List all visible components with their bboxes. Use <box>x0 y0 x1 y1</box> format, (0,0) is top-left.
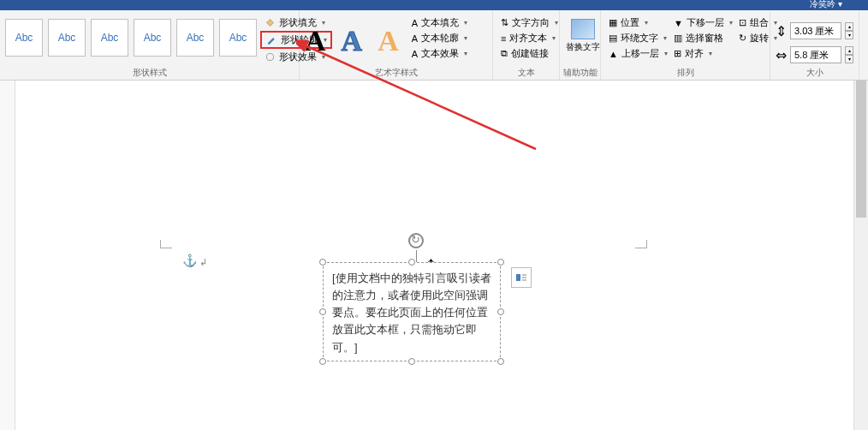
paragraph-mark: ↲ <box>199 257 207 268</box>
group-icon: ⊡ <box>739 17 746 28</box>
wordart-group: A A A A文本填充▾ A文本轮廓▾ A文本效果▾ 艺术字样式 <box>300 10 493 80</box>
width-icon: ⇔ <box>776 47 787 63</box>
scrollbar-thumb[interactable] <box>856 81 866 218</box>
layout-options-icon <box>514 271 528 284</box>
shape-style-gallery: Abc Abc Abc Abc Abc Abc <box>5 12 257 64</box>
wordart-sample[interactable]: A <box>342 25 363 57</box>
wordart-sample[interactable]: A <box>378 25 399 57</box>
assist-group: 替换文字 辅助功能 <box>560 10 601 80</box>
arrange-group: ▦位置▾ ▤环绕文字▾ ▲上移一层▾ ▼下移一层▾ ▥选择窗格 ⊞对齐▾ ⊡组合… <box>601 10 770 80</box>
style-item[interactable]: Abc <box>5 19 43 57</box>
send-backward-button[interactable]: ▼下移一层▾ <box>671 15 735 30</box>
svg-point-0 <box>266 53 273 60</box>
text-direction-icon: ⇅ <box>501 17 508 28</box>
group-label: 辅助功能 <box>560 67 600 80</box>
bring-up-icon: ▲ <box>609 49 618 59</box>
style-item[interactable]: Abc <box>134 19 171 57</box>
height-input[interactable] <box>790 22 841 39</box>
height-spinner[interactable]: ▴▾ <box>845 22 853 39</box>
bring-forward-button[interactable]: ▲上移一层▾ <box>606 46 670 61</box>
resize-handle[interactable] <box>497 358 504 365</box>
layout-options-button[interactable] <box>511 267 532 288</box>
group-label: 大小 <box>770 67 859 80</box>
text-effects-icon: A <box>412 49 418 59</box>
resize-handle[interactable] <box>319 259 326 266</box>
wordart-sample[interactable]: A <box>305 25 326 57</box>
margin-mark <box>635 240 647 248</box>
resize-handle[interactable] <box>319 308 326 315</box>
pen-icon <box>265 34 277 46</box>
align-button[interactable]: ⊞对齐▾ <box>671 46 735 61</box>
text-outline-button[interactable]: A文本轮廓▾ <box>409 31 470 45</box>
group-label: 艺术字样式 <box>300 67 492 80</box>
margin-mark <box>160 240 172 248</box>
group-label: 排列 <box>601 67 770 80</box>
width-spinner[interactable]: ▴▾ <box>845 46 853 63</box>
resize-handle[interactable] <box>497 259 504 266</box>
wrap-text-button[interactable]: ▤环绕文字▾ <box>606 31 670 45</box>
text-box[interactable]: [使用文档中的独特引言吸引读者的注意力，或者使用此空间强调要点。要在此页面上的任… <box>323 262 501 361</box>
size-group: ⇕ ▴▾ ⇔ ▴▾ 大小 <box>770 10 859 80</box>
style-item[interactable]: Abc <box>176 19 214 57</box>
style-item[interactable]: Abc <box>91 19 128 57</box>
style-item[interactable]: Abc <box>219 19 257 57</box>
anchor-icon: ⚓ <box>182 254 197 267</box>
replace-text-button[interactable]: 替换文字 <box>565 12 601 53</box>
resize-handle[interactable] <box>497 308 504 315</box>
text-group: ⇅文字方向▾ ≡对齐文本▾ ⧉创建链接 文本 <box>493 10 560 80</box>
position-button[interactable]: ▦位置▾ <box>606 15 670 30</box>
user-menu[interactable]: 冷笑吟 ▾ <box>810 0 842 10</box>
paint-bucket-icon <box>264 17 276 29</box>
send-down-icon: ▼ <box>674 18 683 28</box>
wordart-gallery[interactable]: A A A <box>305 12 399 61</box>
document-area: ⚓ ↲ ✥ [使用文档中的独特引言吸引读者的注意力，或者使用此空间强调要点。要在… <box>15 81 853 430</box>
group-label: 文本 <box>493 67 559 80</box>
text-outline-icon: A <box>412 33 418 44</box>
align-text-icon: ≡ <box>501 33 506 44</box>
svg-rect-1 <box>516 274 520 281</box>
text-fill-icon: A <box>412 18 418 28</box>
vertical-ruler <box>0 81 15 430</box>
ribbon: Abc Abc Abc Abc Abc Abc 形状填充▾ 形状轮廓▾ 形状 <box>0 10 868 81</box>
selection-pane-button[interactable]: ▥选择窗格 <box>671 31 735 45</box>
wrap-icon: ▤ <box>609 33 617 44</box>
align-text-button[interactable]: ≡对齐文本▾ <box>498 31 554 45</box>
replace-text-icon <box>571 19 595 39</box>
resize-handle[interactable] <box>408 259 415 266</box>
style-item[interactable]: Abc <box>48 19 86 57</box>
shape-style-group: Abc Abc Abc Abc Abc Abc 形状填充▾ 形状轮廓▾ 形状 <box>0 10 300 80</box>
group-label: 形状样式 <box>0 67 299 80</box>
resize-handle[interactable] <box>408 358 415 365</box>
rotate-icon: ↻ <box>739 33 746 44</box>
rotate-handle[interactable] <box>408 233 424 248</box>
text-direction-button[interactable]: ⇅文字方向▾ <box>498 15 554 30</box>
text-fill-button[interactable]: A文本填充▾ <box>409 15 470 30</box>
height-icon: ⇕ <box>776 23 787 39</box>
width-input[interactable] <box>790 46 841 63</box>
selection-pane-icon: ▥ <box>674 33 682 44</box>
align-icon: ⊞ <box>674 48 681 59</box>
text-effects-button[interactable]: A文本效果▾ <box>409 46 470 61</box>
title-bar: 冷笑吟 ▾ <box>0 0 868 10</box>
create-link-button[interactable]: ⧉创建链接 <box>498 46 554 61</box>
resize-handle[interactable] <box>319 358 326 365</box>
position-icon: ▦ <box>609 17 617 28</box>
vertical-scrollbar[interactable] <box>853 81 868 430</box>
effects-icon <box>264 51 276 63</box>
page: ⚓ ↲ ✥ [使用文档中的独特引言吸引读者的注意力，或者使用此空间强调要点。要在… <box>100 81 768 430</box>
link-icon: ⧉ <box>501 48 508 59</box>
